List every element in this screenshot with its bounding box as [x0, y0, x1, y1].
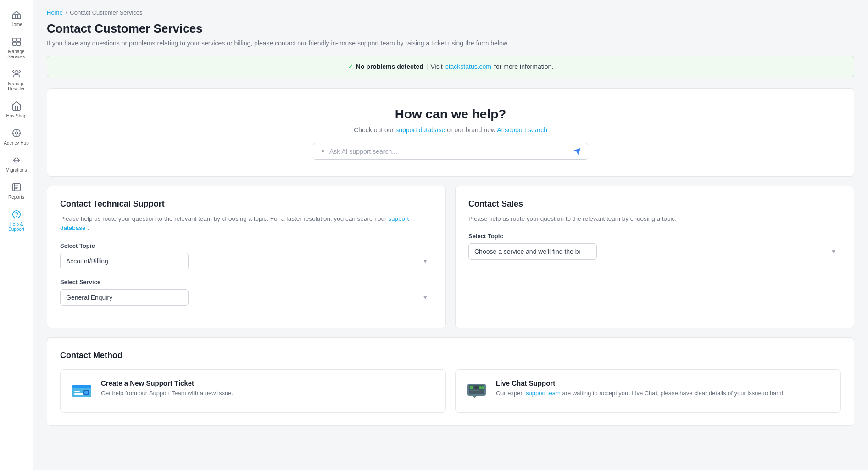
create-ticket-card[interactable]: Create a New Support Ticket Get help fro… [60, 369, 446, 413]
sidebar-item-reports[interactable]: Reports [0, 177, 33, 204]
svg-point-10 [16, 216, 17, 217]
svg-rect-12 [72, 385, 91, 388]
search-bar: ✦ [313, 143, 588, 160]
svg-rect-14 [74, 393, 83, 395]
select-service-label: Select Service [60, 279, 433, 285]
contact-method-title: Contact Method [60, 351, 841, 360]
help-title: How can we help? [56, 107, 845, 122]
ai-search-input[interactable] [329, 148, 569, 155]
svg-rect-13 [74, 391, 80, 392]
sidebar-item-home[interactable]: Home [0, 5, 33, 32]
svg-rect-1 [12, 38, 16, 41]
sidebar-item-manage-reseller-label: Manage Reseller [2, 81, 31, 91]
sidebar-item-migrations-label: Migrations [6, 168, 27, 173]
contact-method-section: Contact Method Create a New Support Tick… [47, 337, 854, 426]
sales-select-topic-label: Select Topic [468, 233, 841, 240]
status-check-icon: ✓ [348, 63, 353, 70]
chat-icon [465, 379, 489, 403]
page-subtitle: If you have any questions or problems re… [47, 39, 854, 47]
svg-rect-0 [12, 15, 20, 18]
hostshop-icon [11, 101, 22, 112]
method-cards-grid: Create a New Support Ticket Get help fro… [60, 369, 841, 413]
chat-desc: Our expert support team are waiting to a… [496, 389, 785, 398]
ticket-title: Create a New Support Ticket [101, 379, 233, 387]
breadcrumb: Home / Contact Customer Services [47, 9, 854, 16]
sales-title: Contact Sales [468, 199, 841, 209]
select-topic-label: Select Topic [60, 242, 433, 249]
sidebar-item-hostshop[interactable]: HostShop [0, 96, 33, 123]
breadcrumb-separator: / [66, 9, 67, 16]
status-bold-text: No problems detected [356, 63, 423, 70]
status-banner: ✓ No problems detected | Visit stackstat… [47, 56, 854, 77]
breadcrumb-current: Contact Customer Services [70, 9, 142, 16]
sidebar-item-hostshop-label: HostShop [6, 113, 27, 118]
ai-search-icon: ✦ [320, 147, 326, 156]
help-section: How can we help? Check out our support d… [47, 88, 854, 177]
sidebar-item-home-label: Home [10, 22, 22, 27]
svg-point-23 [482, 386, 484, 389]
help-support-icon [11, 209, 22, 220]
ticket-info: Create a New Support Ticket Get help fro… [101, 379, 233, 398]
home-icon [11, 9, 22, 20]
page-title: Contact Customer Services [47, 22, 854, 36]
sidebar-item-help-support-label: Help & Support [2, 222, 31, 232]
main-content: Home / Contact Customer Services Contact… [33, 0, 868, 470]
search-send-button[interactable] [573, 147, 581, 156]
status-pre-link: Visit [430, 63, 442, 70]
topic-select-arrow: ▼ [423, 258, 428, 264]
svg-rect-16 [84, 391, 88, 394]
manage-services-icon [11, 36, 22, 47]
reports-icon [11, 182, 22, 193]
technical-support-card: Contact Technical Support Please help us… [47, 186, 446, 328]
status-link[interactable]: stackstatus.com [445, 63, 491, 70]
support-database-link[interactable]: support database [395, 126, 445, 134]
topic-select[interactable]: Account/Billing Technical Issue Billing … [60, 253, 189, 269]
chat-info: Live Chat Support Our expert support tea… [496, 379, 785, 398]
ts-desc-text: Please help us route your question to th… [60, 215, 386, 222]
sidebar-item-agency-hub-label: Agency Hub [4, 140, 28, 145]
migrations-icon [11, 155, 22, 166]
sales-topic-select[interactable]: Choose a service and we'll find the best… [468, 243, 597, 260]
sidebar-item-manage-services[interactable]: Manage Services [0, 32, 33, 64]
live-chat-support-link[interactable]: support team [526, 390, 561, 397]
ai-support-link[interactable]: AI support search [497, 126, 547, 134]
sidebar-item-migrations[interactable]: Migrations [0, 150, 33, 177]
ticket-icon [70, 379, 94, 403]
sales-card: Contact Sales Please help us route your … [455, 186, 854, 328]
technical-support-title: Contact Technical Support [60, 199, 433, 209]
svg-point-22 [479, 386, 482, 389]
support-sales-grid: Contact Technical Support Please help us… [47, 186, 854, 328]
sidebar-item-manage-services-label: Manage Services [2, 49, 31, 59]
sidebar-item-agency-hub[interactable]: Agency Hub [0, 123, 33, 150]
technical-support-desc: Please help us route your question to th… [60, 214, 433, 233]
breadcrumb-home[interactable]: Home [47, 9, 63, 16]
service-select-wrapper: General Enquiry Web Hosting Domain VPS D… [60, 289, 433, 306]
svg-rect-4 [17, 42, 20, 45]
svg-rect-19 [470, 386, 473, 389]
service-select[interactable]: General Enquiry Web Hosting Domain VPS D… [60, 289, 189, 306]
ticket-desc: Get help from our Support Team with a ne… [101, 389, 233, 398]
sidebar: Home Manage Services Manage Reseller [0, 0, 33, 470]
help-desc-prefix: Check out our [354, 126, 394, 134]
live-chat-card[interactable]: Live Chat Support Our expert support tea… [455, 369, 841, 413]
agency-hub-icon [11, 128, 22, 139]
sidebar-item-reports-label: Reports [8, 195, 24, 200]
svg-point-6 [15, 132, 18, 134]
sidebar-item-help-support[interactable]: Help & Support [0, 204, 33, 236]
status-post-link: for more information. [494, 63, 553, 70]
sales-topic-select-wrapper: Choose a service and we'll find the best… [468, 243, 841, 260]
ts-desc-end: . [87, 224, 89, 231]
svg-rect-21 [470, 390, 479, 391]
sales-select-arrow: ▼ [831, 248, 836, 255]
service-select-arrow: ▼ [423, 294, 428, 301]
manage-reseller-icon [11, 68, 22, 79]
svg-rect-3 [12, 42, 16, 45]
svg-point-5 [15, 71, 18, 74]
svg-rect-2 [17, 38, 20, 41]
help-description: Check out our support database or our br… [56, 126, 845, 134]
status-separator: | [426, 63, 428, 70]
chat-title: Live Chat Support [496, 379, 785, 387]
help-desc-middle-text: or our brand new [447, 126, 495, 134]
topic-select-wrapper: Account/Billing Technical Issue Billing … [60, 253, 433, 269]
sidebar-item-manage-reseller[interactable]: Manage Reseller [0, 64, 33, 96]
